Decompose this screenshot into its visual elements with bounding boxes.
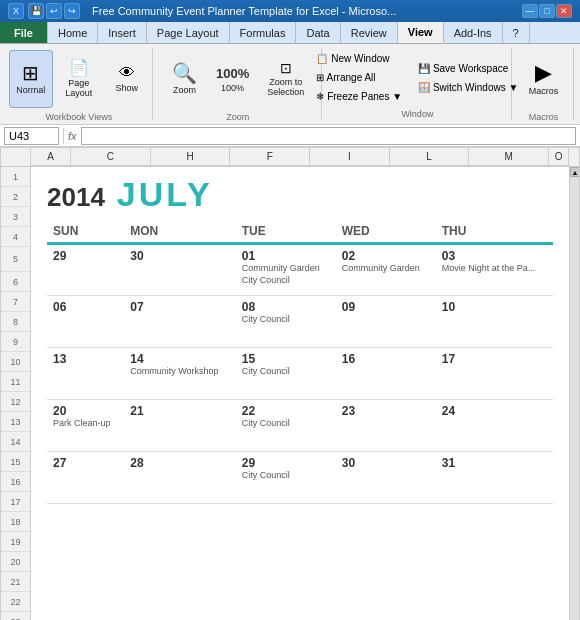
calendar-cell-w3-d1[interactable]: 13	[47, 348, 124, 400]
row-13: 13	[1, 412, 30, 432]
calendar-cell-w1-d2[interactable]: 30	[124, 244, 235, 296]
calendar-cell-w4-d3[interactable]: 22City Council	[236, 400, 336, 452]
event-text-w1-d5-e1[interactable]: Movie Night at the Pa...	[442, 263, 547, 275]
calendar-week-5[interactable]: 272829City Council3031	[47, 452, 553, 504]
scrollbar-corner	[569, 148, 579, 166]
scroll-track[interactable]	[570, 177, 579, 620]
arrange-all-button[interactable]: ⊞ Arrange All	[311, 69, 407, 86]
calendar-week-3[interactable]: 1314Community Workshop15City Council1617	[47, 348, 553, 400]
undo-icon[interactable]: ↩	[46, 3, 62, 19]
macros-button[interactable]: ▶ Macros	[522, 50, 566, 108]
page-layout-view-button[interactable]: 📄 Page Layout	[57, 50, 101, 108]
close-button[interactable]: ✕	[556, 4, 572, 18]
show-button[interactable]: 👁 Show	[105, 50, 149, 108]
normal-view-button[interactable]: ⊞ Normal	[9, 50, 53, 108]
calendar-cell-w2-d2[interactable]: 07	[124, 296, 235, 348]
day-number-w2-d5: 10	[442, 300, 547, 314]
zoom-group-label: Zoom	[226, 108, 249, 122]
freeze-panes-button[interactable]: ❄ Freeze Panes ▼	[311, 88, 407, 105]
vertical-scrollbar[interactable]: ▲ ▼	[569, 167, 579, 620]
window-controls: — □ ✕	[522, 4, 572, 18]
save-workspace-button[interactable]: 💾 Save Workspace	[413, 60, 523, 77]
tab-home[interactable]: Home	[48, 22, 98, 43]
event-text-w4-d1-e1[interactable]: Park Clean-up	[53, 418, 118, 430]
window-small-buttons-right: 💾 Save Workspace 🪟 Switch Windows ▼	[413, 60, 523, 96]
calendar-cell-w4-d5[interactable]: 24	[436, 400, 553, 452]
event-text-w4-d3-e1[interactable]: City Council	[242, 418, 330, 430]
ribbon-group-window: 📋 New Window ⊞ Arrange All ❄ Freeze Pane…	[324, 48, 512, 120]
col-F: L	[390, 148, 470, 166]
calendar-cell-w3-d2[interactable]: 14Community Workshop	[124, 348, 235, 400]
calendar-cell-w4-d1[interactable]: 20Park Clean-up	[47, 400, 124, 452]
event-text-w2-d3-e1[interactable]: City Council	[242, 314, 330, 326]
row-20: 20	[1, 552, 30, 572]
zoom-selection-label: Zoom to Selection	[266, 77, 306, 97]
calendar-cell-w5-d1[interactable]: 27	[47, 452, 124, 504]
calendar-cell-w2-d4[interactable]: 09	[336, 296, 436, 348]
row-9: 9	[1, 332, 30, 352]
calendar-cell-w5-d4[interactable]: 30	[336, 452, 436, 504]
event-text-w5-d3-e1[interactable]: City Council	[242, 470, 330, 482]
calendar-cell-w3-d3[interactable]: 15City Council	[236, 348, 336, 400]
row-22: 22	[1, 592, 30, 612]
event-text-w1-d3-e2[interactable]: City Council	[242, 275, 330, 287]
calendar-content[interactable]: 2014 JULY SUN MON TUE WED THU 293001Comm…	[31, 167, 569, 620]
formula-input[interactable]	[81, 127, 576, 145]
row-14: 14	[1, 432, 30, 452]
row-2: 2	[1, 187, 30, 207]
zoom-100-button[interactable]: 100% 100%	[211, 50, 255, 108]
formula-divider	[63, 128, 64, 144]
event-text-w1-d4-e1[interactable]: Community Garden	[342, 263, 430, 275]
zoom-button[interactable]: 🔍 Zoom	[163, 50, 207, 108]
calendar-cell-w5-d5[interactable]: 31	[436, 452, 553, 504]
day-number-w3-d1: 13	[53, 352, 118, 366]
tab-help[interactable]: ?	[503, 22, 530, 43]
calendar-cell-w4-d4[interactable]: 23	[336, 400, 436, 452]
calendar-cell-w1-d4[interactable]: 02Community Garden	[336, 244, 436, 296]
tab-formulas[interactable]: Formulas	[230, 22, 297, 43]
tab-insert[interactable]: Insert	[98, 22, 147, 43]
day-number-w3-d3: 15	[242, 352, 330, 366]
ribbon-group-workbook-views: ⊞ Normal 📄 Page Layout 👁 Show Workbook V…	[6, 48, 153, 120]
calendar-cell-w1-d3[interactable]: 01Community GardenCity Council	[236, 244, 336, 296]
macros-buttons: ▶ Macros	[522, 50, 566, 108]
switch-windows-button[interactable]: 🪟 Switch Windows ▼	[413, 79, 523, 96]
redo-icon[interactable]: ↪	[64, 3, 80, 19]
minimize-button[interactable]: —	[522, 4, 538, 18]
event-text-w3-d2-e1[interactable]: Community Workshop	[130, 366, 229, 378]
calendar-cell-w3-d5[interactable]: 17	[436, 348, 553, 400]
event-text-w1-d3-e1[interactable]: Community Garden	[242, 263, 330, 275]
tab-data[interactable]: Data	[296, 22, 340, 43]
scroll-up-button[interactable]: ▲	[570, 167, 579, 177]
tab-review[interactable]: Review	[341, 22, 398, 43]
page-layout-icon: 📄	[69, 60, 89, 76]
row-18: 18	[1, 512, 30, 532]
calendar-cell-w5-d2[interactable]: 28	[124, 452, 235, 504]
calendar-cell-w5-d3[interactable]: 29City Council	[236, 452, 336, 504]
calendar-title: 2014 JULY	[47, 175, 553, 214]
save-icon[interactable]: 💾	[28, 3, 44, 19]
calendar-cell-w4-d2[interactable]: 21	[124, 400, 235, 452]
calendar-week-1[interactable]: 293001Community GardenCity Council02Comm…	[47, 244, 553, 296]
event-text-w3-d3-e1[interactable]: City Council	[242, 366, 330, 378]
calendar-cell-w1-d1[interactable]: 29	[47, 244, 124, 296]
zoom-selection-button[interactable]: ⊡ Zoom to Selection	[259, 50, 313, 108]
column-headers: A C H F I L M O	[1, 148, 579, 167]
calendar-week-2[interactable]: 060708City Council0910	[47, 296, 553, 348]
calendar-cell-w2-d1[interactable]: 06	[47, 296, 124, 348]
cell-reference-input[interactable]	[4, 127, 59, 145]
calendar-cell-w2-d5[interactable]: 10	[436, 296, 553, 348]
calendar-week-4[interactable]: 20Park Clean-up2122City Council2324	[47, 400, 553, 452]
tab-page-layout[interactable]: Page Layout	[147, 22, 230, 43]
new-window-button[interactable]: 📋 New Window	[311, 50, 407, 67]
calendar-cell-w2-d3[interactable]: 08City Council	[236, 296, 336, 348]
row-3: 3	[1, 207, 30, 227]
tab-view[interactable]: View	[398, 22, 444, 43]
ribbon-group-zoom: 🔍 Zoom 100% 100% ⊡ Zoom to Selection Zoo…	[155, 48, 322, 120]
tab-file[interactable]: File	[0, 22, 48, 43]
calendar-cell-w1-d5[interactable]: 03Movie Night at the Pa...	[436, 244, 553, 296]
tab-add-ins[interactable]: Add-Ins	[444, 22, 503, 43]
maximize-button[interactable]: □	[539, 4, 555, 18]
calendar-cell-w3-d4[interactable]: 16	[336, 348, 436, 400]
row-23: 23	[1, 612, 30, 620]
